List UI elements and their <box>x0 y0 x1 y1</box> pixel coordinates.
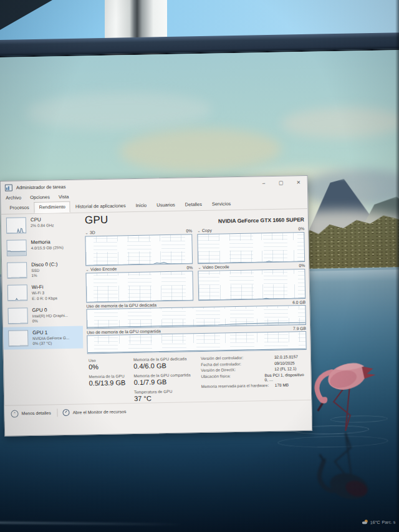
panel-value-3d: 0% <box>186 228 192 233</box>
panel-label-3d: 3D <box>90 230 95 235</box>
memory-mini-chart <box>6 239 26 256</box>
tab-rendimiento[interactable]: Rendimiento <box>34 201 70 213</box>
chart-copy <box>197 232 305 264</box>
sidebar-item-wifi[interactable]: Wi-Fi Wi-Fi 3 E: 0 R: 0 Kbps <box>2 281 83 305</box>
monitor: 16°C Parc. s Administrador de tareas – ▢… <box>0 32 399 532</box>
panel-value-video-encode: 0% <box>186 265 193 270</box>
wifi-mini-chart <box>7 284 27 301</box>
gpu-detail-pane: GPU NVIDIA GeForce GTX 1660 SUPER ⌄3D 0%… <box>85 210 308 415</box>
menu-opciones[interactable]: Opciones <box>30 194 50 200</box>
driver-version-label: Versión del controlador: <box>201 355 274 360</box>
tab-detalles[interactable]: Detalles <box>180 199 207 211</box>
task-manager-app-icon <box>5 184 12 191</box>
driver-date-label: Fecha del controlador: <box>201 360 274 366</box>
chart-shared-memory <box>87 331 306 354</box>
photo-corner-shadow <box>0 0 75 37</box>
performance-sidebar: CPU 2% 0.84 GHz Memoria 4.0/15.9 GB (25%… <box>1 213 85 422</box>
reserved-memory-value: 178 MB <box>275 382 289 387</box>
open-resource-monitor-link[interactable]: Abre el Monitor de recursos <box>73 409 127 415</box>
less-details-button[interactable]: Menos detalles <box>21 410 50 415</box>
cpu-mini-chart <box>6 217 26 234</box>
directx-version-label: Versión de DirectX: <box>201 367 274 372</box>
panel-value-video-decode: 0% <box>299 263 305 268</box>
chart-3d <box>85 234 193 266</box>
window-title: Administrador de tareas <box>16 180 255 190</box>
chevron-down-icon[interactable]: ⌄ <box>85 230 89 235</box>
desktop-screen: 16°C Parc. s Administrador de tareas – ▢… <box>0 50 399 532</box>
chevron-down-icon[interactable]: ⌄ <box>197 228 201 233</box>
partly-sunny-icon <box>362 520 368 525</box>
tab-procesos[interactable]: Procesos <box>4 202 34 214</box>
stat-value-temperature: 37 °C <box>134 394 200 402</box>
panel-label-video-decode: Video Decode <box>203 264 229 269</box>
panel-label-video-encode: Video Encode <box>90 267 117 272</box>
chevron-up-icon: ⌃ <box>11 410 18 417</box>
sidebar-item-cpu[interactable]: CPU 2% 0.84 GHz <box>1 213 82 237</box>
stat-value-gpu-memory: 0.5/13.9 GB <box>89 379 133 387</box>
chart-video-decode <box>198 269 305 301</box>
chart-dedicated-memory <box>86 305 306 329</box>
chevron-down-icon[interactable]: ⌄ <box>198 265 201 269</box>
stat-label-uso: Uso <box>89 357 132 362</box>
gpu-model-name: NVIDIA GeForce GTX 1660 SUPER <box>218 216 304 225</box>
resource-monitor-icon <box>63 409 70 416</box>
weather-condition: Parc. s <box>382 520 395 524</box>
chevron-down-icon[interactable]: ⌄ <box>85 267 89 271</box>
stat-value-shared: 0.1/7.9 GB <box>134 377 200 386</box>
photo-of-monitor: 16°C Parc. s Administrador de tareas – ▢… <box>0 0 399 532</box>
reserved-memory-label: Memoria reservada para el hardware: <box>201 383 275 389</box>
sidebar-item-disco[interactable]: Disco 0 (C:) SSD 1% <box>2 258 82 283</box>
menu-archivo[interactable]: Archivo <box>6 195 21 200</box>
shared-memory-chart-max: 7.9 GB <box>293 326 306 331</box>
disk-mini-chart <box>7 262 27 279</box>
dedicated-memory-chart-max: 6.0 GB <box>292 300 305 304</box>
footer-divider <box>57 409 57 417</box>
tab-usuarios[interactable]: Usuarios <box>151 200 180 211</box>
directx-version-value: 12 (FL 12.1) <box>274 366 296 371</box>
chart-video-encode <box>85 271 193 302</box>
stat-value-dedicated: 0.4/6.0 GB <box>133 361 200 370</box>
tab-historial[interactable]: Historial de aplicaciones <box>70 200 131 213</box>
weather-widget[interactable]: 16°C Parc. s <box>362 519 396 525</box>
stat-label-gpu-memory: Memoria de la GPU <box>89 374 132 379</box>
minimize-button[interactable]: – <box>255 177 272 190</box>
physical-location-value: Bus PCI 1, dispositivo 0, … <box>264 372 307 381</box>
stat-value-uso: 0% <box>89 362 132 370</box>
gpu0-mini-chart <box>7 307 27 324</box>
gpu-heading: GPU <box>85 214 108 227</box>
maximize-button[interactable]: ▢ <box>272 176 290 189</box>
sidebar-item-gpu0[interactable]: GPU 0 Intel(R) HD Graphi... 0% <box>2 303 83 327</box>
gpu1-mini-chart <box>8 330 28 347</box>
menu-vista[interactable]: Vista <box>59 194 69 200</box>
panel-label-copy: Copy <box>202 228 212 233</box>
physical-location-label: Ubicación física: <box>201 373 264 383</box>
driver-date-value: 09/10/2025 <box>274 360 295 365</box>
tab-inicio[interactable]: Inicio <box>131 200 152 211</box>
sidebar-item-memoria[interactable]: Memoria 4.0/15.9 GB (25%) <box>1 236 82 259</box>
close-button[interactable]: ✕ <box>290 176 307 189</box>
panel-value-copy: 0% <box>298 226 304 231</box>
sidebar-item-gpu1-selected[interactable]: GPU 1 NVIDIA GeForce G... 0% (37 °C) <box>3 326 84 351</box>
weather-temperature: 16°C <box>370 520 380 524</box>
task-manager-window: Administrador de tareas – ▢ ✕ Archivo Op… <box>0 175 312 437</box>
driver-version-value: 32.0.15.8157 <box>274 354 298 359</box>
tab-servicios[interactable]: Servicios <box>207 198 236 210</box>
